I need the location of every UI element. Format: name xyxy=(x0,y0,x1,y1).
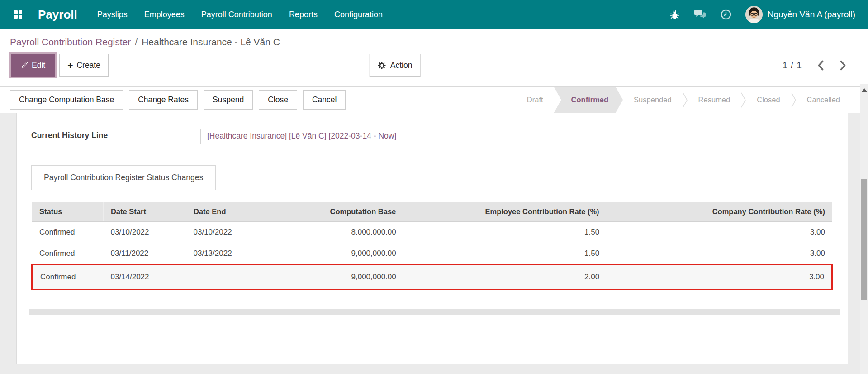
status-state-confirmed[interactable]: Confirmed xyxy=(554,87,623,113)
breadcrumb-separator: / xyxy=(135,37,138,47)
status-changes-table: StatusDate StartDate EndComputation Base… xyxy=(31,202,833,290)
cell-computation-base[interactable]: 8,000,000.00 xyxy=(268,222,403,243)
status-button-cancel[interactable]: Cancel xyxy=(303,90,346,110)
status-pipeline: DraftConfirmedSuspendedResumedClosedCanc… xyxy=(516,87,851,113)
control-buttons-row: Edit + Create Action 1 / 1 xyxy=(9,54,859,77)
cell-status[interactable]: Confirmed xyxy=(32,243,103,265)
chevron-separator-icon xyxy=(791,87,796,113)
pager-next-button[interactable] xyxy=(840,60,846,71)
cell-date-start[interactable]: 03/10/2022 xyxy=(103,222,186,243)
status-state-suspended[interactable]: Suspended xyxy=(623,87,683,113)
menu-item-employees[interactable]: Employees xyxy=(144,10,185,19)
vertical-scrollbar[interactable] xyxy=(860,84,868,374)
debug-bug-icon[interactable] xyxy=(669,9,680,20)
pager-value: 1 / 1 xyxy=(783,60,802,71)
vertical-scrollbar-thumb[interactable] xyxy=(861,179,867,300)
edit-button-label: Edit xyxy=(32,61,45,70)
cell-date-start[interactable]: 03/14/2022 xyxy=(103,265,186,290)
menu-item-configuration[interactable]: Configuration xyxy=(334,10,383,19)
field-label: Current History Line xyxy=(31,129,200,144)
column-header-company-contribution-rate[interactable]: Company Contribution Rate (%) xyxy=(607,202,832,222)
table-row-highlighted[interactable]: Confirmed03/14/20229,000,000.002.003.00 xyxy=(32,265,832,290)
breadcrumb: Payroll Contribution Register/Healthcare… xyxy=(10,37,859,48)
pager: 1 / 1 xyxy=(783,60,859,71)
table-row[interactable]: Confirmed03/11/202203/13/20229,000,000.0… xyxy=(32,243,832,265)
gear-icon xyxy=(378,61,386,70)
chevron-separator-icon xyxy=(741,87,746,113)
field-current-history-line: Current History Line [Healthcare Insuran… xyxy=(17,113,848,144)
cell-employee-contribution-rate[interactable]: 2.00 xyxy=(403,265,607,290)
cell-status[interactable]: Confirmed xyxy=(32,265,103,290)
cell-date-end[interactable]: 03/13/2022 xyxy=(186,243,268,265)
user-name: Nguyễn Văn A (payroll) xyxy=(768,10,855,19)
avatar xyxy=(745,6,763,23)
statusbar: Change Computation BaseChange RatesSuspe… xyxy=(0,87,868,113)
edit-button[interactable]: Edit xyxy=(11,54,55,77)
status-state-closed[interactable]: Closed xyxy=(746,87,791,113)
action-button-label: Action xyxy=(390,61,413,70)
cell-computation-base[interactable]: 9,000,000.00 xyxy=(268,243,403,265)
table-row[interactable]: Confirmed03/10/202203/10/20228,000,000.0… xyxy=(32,222,832,243)
column-header-status[interactable]: Status xyxy=(32,202,103,222)
scroll-up-arrow-icon[interactable] xyxy=(862,88,867,92)
menu-item-reports[interactable]: Reports xyxy=(289,10,318,19)
status-state-draft[interactable]: Draft xyxy=(516,87,554,113)
status-button-change-computation-base[interactable]: Change Computation Base xyxy=(10,90,123,110)
create-button-label: Create xyxy=(76,61,100,70)
notebook-tabs: Payroll Contribution Register Status Cha… xyxy=(31,165,848,190)
top-menu: PayslipsEmployeesPayroll ContributionRep… xyxy=(97,10,383,19)
apps-menu-button[interactable] xyxy=(8,5,28,24)
chevron-separator-icon xyxy=(683,87,688,113)
table-header-row: StatusDate StartDate EndComputation Base… xyxy=(32,202,832,222)
form-sheet: Current History Line [Healthcare Insuran… xyxy=(16,113,848,364)
tab-status-changes[interactable]: Payroll Contribution Register Status Cha… xyxy=(31,165,216,190)
status-state-cancelled[interactable]: Cancelled xyxy=(796,87,851,113)
chevron-left-icon xyxy=(817,60,824,71)
breadcrumb-current: Healthcare Insurance - Lê Văn C xyxy=(142,37,280,47)
status-action-buttons: Change Computation BaseChange RatesSuspe… xyxy=(10,90,346,110)
column-header-date-start[interactable]: Date Start xyxy=(103,202,186,222)
breadcrumb-parent-link[interactable]: Payroll Contribution Register xyxy=(10,37,131,47)
cell-date-end[interactable]: 03/10/2022 xyxy=(186,222,268,243)
pencil-icon xyxy=(21,62,28,69)
cell-date-start[interactable]: 03/11/2022 xyxy=(103,243,186,265)
navbar-right: Nguyễn Văn A (payroll) xyxy=(669,6,860,23)
action-button[interactable]: Action xyxy=(370,54,421,77)
app-brand[interactable]: Payroll xyxy=(38,8,77,22)
control-panel: Payroll Contribution Register/Healthcare… xyxy=(0,29,868,87)
apps-grid-icon xyxy=(13,9,24,20)
messages-icon[interactable] xyxy=(694,9,707,20)
cell-computation-base[interactable]: 9,000,000.00 xyxy=(268,265,403,290)
horizontal-scrollbar[interactable] xyxy=(29,309,840,315)
status-changes-table-wrap: StatusDate StartDate EndComputation Base… xyxy=(31,202,833,290)
form-area: Current History Line [Healthcare Insuran… xyxy=(0,113,868,374)
cell-company-contribution-rate[interactable]: 3.00 xyxy=(607,243,832,265)
user-menu[interactable]: Nguyễn Văn A (payroll) xyxy=(745,6,855,23)
cell-status[interactable]: Confirmed xyxy=(32,222,103,243)
app-root: Payroll PayslipsEmployeesPayroll Contrib… xyxy=(0,0,868,374)
column-header-employee-contribution-rate[interactable]: Employee Contribution Rate (%) xyxy=(403,202,607,222)
top-navbar: Payroll PayslipsEmployeesPayroll Contrib… xyxy=(0,0,868,29)
column-header-computation-base[interactable]: Computation Base xyxy=(268,202,403,222)
cell-employee-contribution-rate[interactable]: 1.50 xyxy=(403,243,607,265)
menu-item-payslips[interactable]: Payslips xyxy=(97,10,128,19)
cell-company-contribution-rate[interactable]: 3.00 xyxy=(607,265,832,290)
cell-company-contribution-rate[interactable]: 3.00 xyxy=(607,222,832,243)
column-header-date-end[interactable]: Date End xyxy=(186,202,268,222)
status-button-change-rates[interactable]: Change Rates xyxy=(129,90,198,110)
chevron-right-icon xyxy=(840,60,846,71)
plus-icon: + xyxy=(67,61,73,70)
status-state-resumed[interactable]: Resumed xyxy=(688,87,741,113)
cell-employee-contribution-rate[interactable]: 1.50 xyxy=(403,222,607,243)
activities-clock-icon[interactable] xyxy=(720,9,732,20)
status-button-close[interactable]: Close xyxy=(259,90,297,110)
menu-item-payroll-contribution[interactable]: Payroll Contribution xyxy=(201,10,272,19)
create-button[interactable]: + Create xyxy=(59,54,109,77)
pager-previous-button[interactable] xyxy=(817,60,824,71)
field-value-link[interactable]: [Healthcare Insurance] [Lê Văn C] [2022-… xyxy=(200,129,412,144)
cell-date-end[interactable] xyxy=(186,265,268,290)
status-button-suspend[interactable]: Suspend xyxy=(204,90,253,110)
